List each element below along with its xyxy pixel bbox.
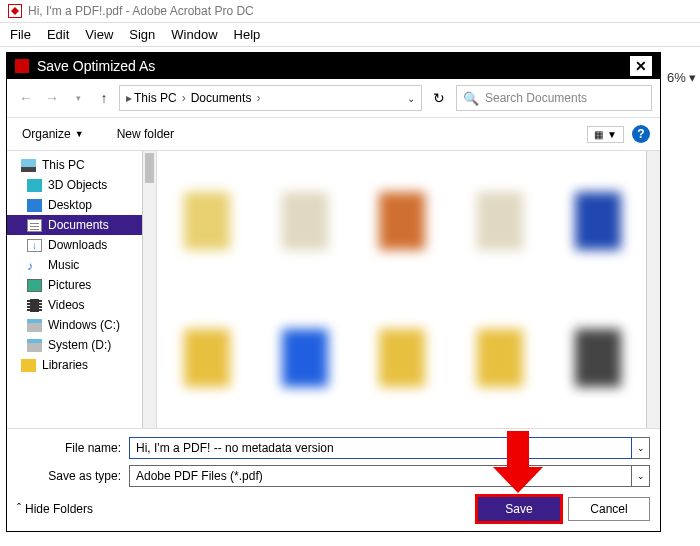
tree-item-label: Videos xyxy=(48,298,84,312)
tree-item-videos[interactable]: Videos xyxy=(7,295,156,315)
filename-dropdown[interactable]: ⌄ xyxy=(632,437,650,459)
dialog-body: This PC3D ObjectsDesktopDocumentsDownloa… xyxy=(7,151,660,428)
organize-button[interactable]: Organize ▼ xyxy=(17,124,89,144)
chevron-down-icon: ▼ xyxy=(607,129,617,140)
adobe-icon xyxy=(15,59,29,73)
search-placeholder: Search Documents xyxy=(485,91,587,105)
tree-item-downloads[interactable]: Downloads xyxy=(7,235,156,255)
breadcrumb[interactable]: ▸ This PC › Documents › ⌄ xyxy=(119,85,422,111)
hide-folders-button[interactable]: ˆ Hide Folders xyxy=(17,502,93,516)
breadcrumb-root-icon: ▸ xyxy=(126,91,132,105)
tree-item-libraries[interactable]: Libraries xyxy=(7,355,156,375)
tree-item-label: 3D Objects xyxy=(48,178,107,192)
tree-item-music[interactable]: ♪Music xyxy=(7,255,156,275)
drv-icon xyxy=(27,339,42,352)
scroll-thumb[interactable] xyxy=(145,153,154,183)
tree-item-label: Music xyxy=(48,258,79,272)
tree-item-label: System (D:) xyxy=(48,338,111,352)
tree-item-label: Libraries xyxy=(42,358,88,372)
new-folder-button[interactable]: New folder xyxy=(117,127,174,141)
menubar: File Edit View Sign Window Help xyxy=(0,23,700,47)
dialog-title-text: Save Optimized As xyxy=(37,58,155,74)
dialog-footer: File name: ⌄ Save as type: Adobe PDF Fil… xyxy=(7,428,660,531)
tree-item-pictures[interactable]: Pictures xyxy=(7,275,156,295)
tree-item-3d-objects[interactable]: 3D Objects xyxy=(7,175,156,195)
view-mode-button[interactable]: ▦ ▼ xyxy=(587,126,624,143)
tree-item-label: Pictures xyxy=(48,278,91,292)
tree-item-system-d-[interactable]: System (D:) xyxy=(7,335,156,355)
tree-item-documents[interactable]: Documents xyxy=(7,215,156,235)
dialog-titlebar: Save Optimized As ✕ xyxy=(7,53,660,79)
refresh-button[interactable]: ↻ xyxy=(426,85,452,111)
pic-icon xyxy=(27,279,42,292)
mus-icon: ♪ xyxy=(27,259,42,272)
drv-icon xyxy=(27,319,42,332)
desk-icon xyxy=(27,199,42,212)
menu-window[interactable]: Window xyxy=(171,27,217,42)
pdf-icon xyxy=(8,4,22,18)
folder-tree: This PC3D ObjectsDesktopDocumentsDownloa… xyxy=(7,151,157,428)
zoom-fragment: 6% ▾ xyxy=(665,55,700,100)
file-thumbnails xyxy=(161,155,644,424)
tree-item-label: Documents xyxy=(48,218,109,232)
app-title-text: Hi, I'm a PDF!.pdf - Adobe Acrobat Pro D… xyxy=(28,4,254,18)
search-input[interactable]: 🔍 Search Documents xyxy=(456,85,652,111)
save-button[interactable]: Save xyxy=(478,497,560,521)
tree-item-this-pc[interactable]: This PC xyxy=(7,155,156,175)
menu-help[interactable]: Help xyxy=(234,27,261,42)
menu-edit[interactable]: Edit xyxy=(47,27,69,42)
tree-item-label: This PC xyxy=(42,158,85,172)
file-list[interactable] xyxy=(157,151,660,428)
pc-icon xyxy=(21,159,36,172)
filename-input[interactable] xyxy=(129,437,632,459)
help-button[interactable]: ? xyxy=(632,125,650,143)
nav-recent-drop[interactable]: ▾ xyxy=(67,87,89,109)
breadcrumb-documents[interactable]: Documents xyxy=(191,91,252,105)
menu-view[interactable]: View xyxy=(85,27,113,42)
tree-item-label: Windows (C:) xyxy=(48,318,120,332)
dialog-toolbar: Organize ▼ New folder ▦ ▼ ? xyxy=(7,118,660,151)
view-icon: ▦ xyxy=(594,129,603,140)
breadcrumb-drop[interactable]: ⌄ xyxy=(407,93,415,104)
app-titlebar: Hi, I'm a PDF!.pdf - Adobe Acrobat Pro D… xyxy=(0,0,700,23)
cancel-button[interactable]: Cancel xyxy=(568,497,650,521)
files-scrollbar[interactable] xyxy=(646,151,660,428)
breadcrumb-this-pc[interactable]: This PC xyxy=(134,91,177,105)
tree-scrollbar[interactable] xyxy=(142,151,156,428)
tree-item-label: Desktop xyxy=(48,198,92,212)
chevron-right-icon: › xyxy=(179,91,189,105)
savetype-dropdown[interactable]: ⌄ xyxy=(632,465,650,487)
chevron-up-icon: ˆ xyxy=(17,502,21,516)
dl-icon xyxy=(27,239,42,252)
menu-sign[interactable]: Sign xyxy=(129,27,155,42)
menu-file[interactable]: File xyxy=(10,27,31,42)
tree-item-label: Downloads xyxy=(48,238,107,252)
3d-icon xyxy=(27,179,42,192)
tree-item-desktop[interactable]: Desktop xyxy=(7,195,156,215)
chevron-right-icon: › xyxy=(253,91,263,105)
nav-up[interactable]: ↑ xyxy=(93,87,115,109)
search-icon: 🔍 xyxy=(463,91,479,106)
filename-label: File name: xyxy=(17,441,129,455)
savetype-label: Save as type: xyxy=(17,469,129,483)
doc-icon xyxy=(27,219,42,232)
tree-item-windows-c-[interactable]: Windows (C:) xyxy=(7,315,156,335)
nav-row: ← → ▾ ↑ ▸ This PC › Documents › ⌄ ↻ 🔍 Se… xyxy=(7,79,660,118)
save-dialog: Save Optimized As ✕ ← → ▾ ↑ ▸ This PC › … xyxy=(6,52,661,532)
nav-back[interactable]: ← xyxy=(15,87,37,109)
vid-icon xyxy=(27,299,42,312)
close-button[interactable]: ✕ xyxy=(630,56,652,76)
chevron-down-icon: ▼ xyxy=(75,129,84,139)
lib-icon xyxy=(21,359,36,372)
nav-forward: → xyxy=(41,87,63,109)
savetype-combo[interactable]: Adobe PDF Files (*.pdf) xyxy=(129,465,632,487)
